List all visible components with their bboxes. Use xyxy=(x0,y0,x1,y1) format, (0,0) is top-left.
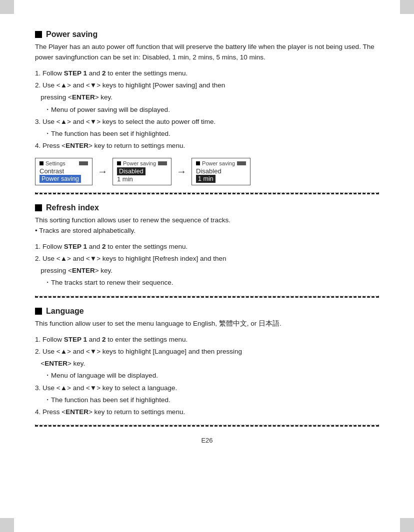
refresh-index-title-text: Refresh index xyxy=(46,203,99,212)
box3-row1: Disabled xyxy=(196,167,246,175)
box1-mini-rect xyxy=(79,161,88,165)
box3-mini-rect xyxy=(237,161,246,165)
box2-row2: 1 min xyxy=(117,175,167,183)
title-square-icon-2 xyxy=(35,204,42,211)
power-saving-title: Power saving xyxy=(35,30,379,39)
power-saving-steps: 1. Follow STEP 1 and 2 to enter the sett… xyxy=(35,68,379,152)
page-number: E26 xyxy=(35,437,379,444)
language-section: Language This function allow user to set… xyxy=(35,307,379,427)
refresh-index-title: Refresh index xyxy=(35,203,379,212)
divider-3 xyxy=(35,425,379,427)
language-intro: This function allow user to set the menu… xyxy=(35,319,379,329)
box2-header: Power saving xyxy=(123,160,156,166)
power-saving-intro: The Player has an auto power off functio… xyxy=(35,42,379,63)
box3-row2: 1 min xyxy=(196,175,246,183)
arrow-2: → xyxy=(176,166,186,177)
refresh-index-intro: This sorting function allows user to ren… xyxy=(35,215,379,236)
box3-mini-square xyxy=(196,161,200,165)
box1-header: Settings xyxy=(46,160,66,166)
box2-mini-square xyxy=(117,161,121,165)
language-title-text: Language xyxy=(46,307,84,316)
box2-mini-rect xyxy=(158,161,167,165)
power-saving-title-text: Power saving xyxy=(46,30,98,39)
refresh-index-steps: 1. Follow STEP 1 and 2 to enter the sett… xyxy=(35,241,379,289)
box1-mini-square xyxy=(40,161,44,165)
corner-bottom-left xyxy=(0,518,14,532)
diagram-box-1: Settings Contrast Power saving xyxy=(35,158,92,185)
box3-header: Power saving xyxy=(202,160,235,166)
diagram-box-3: Power saving Disabled 1 min xyxy=(192,158,250,185)
page-container: Power saving The Player has an auto powe… xyxy=(0,0,414,474)
title-square-icon-3 xyxy=(35,308,42,315)
divider-1 xyxy=(35,192,379,194)
arrow-1: → xyxy=(98,166,108,177)
language-steps: 1. Follow STEP 1 and 2 to enter the sett… xyxy=(35,334,379,418)
language-title: Language xyxy=(35,307,379,316)
box2-row1: Disabled xyxy=(117,167,167,175)
box1-row2: Power saving xyxy=(40,175,88,183)
power-saving-section: Power saving The Player has an auto powe… xyxy=(35,30,379,194)
box2-highlight: Disabled xyxy=(117,167,146,175)
diagram-box-2: Power saving Disabled 1 min xyxy=(112,158,172,185)
box1-row1: Contrast xyxy=(40,167,88,175)
box3-highlight: 1 min xyxy=(196,175,216,183)
box1-highlight: Power saving xyxy=(40,175,81,183)
divider-2 xyxy=(35,296,379,298)
title-square-icon xyxy=(35,31,42,38)
corner-bottom-right xyxy=(400,518,414,532)
refresh-index-section: Refresh index This sorting function allo… xyxy=(35,203,379,298)
power-saving-diagram: Settings Contrast Power saving → Power s… xyxy=(35,158,379,185)
